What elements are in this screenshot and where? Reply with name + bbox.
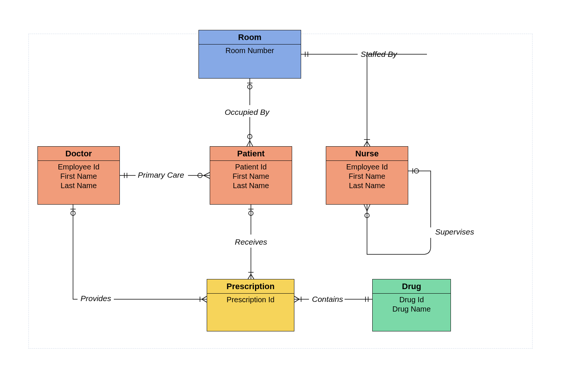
entity-drug-attrs: Drug Id Drug Name xyxy=(373,294,451,316)
rel-occupied-by: Occupied By xyxy=(225,108,269,117)
rel-staffed-by: Staffed By xyxy=(361,50,397,59)
entity-prescription-attrs: Prescription Id xyxy=(207,294,294,307)
entity-doctor-title: Doctor xyxy=(38,147,119,161)
rel-provides: Provides xyxy=(81,294,111,303)
entity-room[interactable]: Room Room Number xyxy=(198,30,301,79)
entity-patient-title: Patient xyxy=(210,147,292,161)
entity-nurse-attrs: Employee Id First Name Last Name xyxy=(326,161,408,193)
entity-doctor[interactable]: Doctor Employee Id First Name Last Name xyxy=(37,146,120,205)
entity-drug[interactable]: Drug Drug Id Drug Name xyxy=(372,279,451,331)
entity-drug-title: Drug xyxy=(373,279,451,294)
entity-doctor-attrs: Employee Id First Name Last Name xyxy=(38,161,119,193)
entity-nurse[interactable]: Nurse Employee Id First Name Last Name xyxy=(326,146,408,205)
entity-room-title: Room xyxy=(199,30,301,45)
rel-primary-care: Primary Care xyxy=(138,171,184,180)
rel-contains: Contains xyxy=(312,295,343,304)
entity-room-attrs: Room Number xyxy=(199,45,301,58)
entity-patient[interactable]: Patient Patient Id First Name Last Name xyxy=(210,146,292,205)
rel-receives: Receives xyxy=(235,238,267,246)
rel-supervises: Supervises xyxy=(435,227,474,236)
entity-prescription[interactable]: Prescription Prescription Id xyxy=(207,279,294,331)
entity-prescription-title: Prescription xyxy=(207,279,294,294)
entity-nurse-title: Nurse xyxy=(326,147,408,161)
entity-patient-attrs: Patient Id First Name Last Name xyxy=(210,161,292,193)
